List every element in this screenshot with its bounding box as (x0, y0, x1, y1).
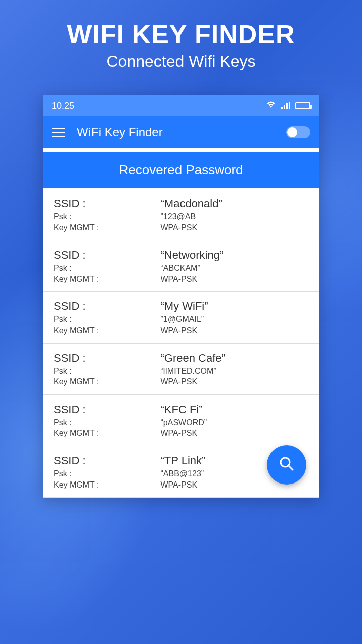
ssid-label: SSID : (54, 454, 161, 467)
keymgmt-label: Key MGMT : (54, 376, 161, 387)
psk-value: ”1@GMAIL” (161, 314, 308, 325)
svg-rect-2 (286, 103, 288, 109)
keymgmt-value: WPA-PSK (161, 274, 308, 285)
keymgmt-value: WPA-PSK (161, 325, 308, 336)
list-item[interactable]: SSID : Psk : Key MGMT : “Macdonald” ”123… (43, 189, 319, 240)
section-header: Recovered Password (43, 150, 319, 189)
svg-line-5 (289, 466, 293, 470)
psk-label: Psk : (54, 211, 161, 222)
list-item[interactable]: SSID : Psk : Key MGMT : “Networking” “AB… (43, 240, 319, 292)
keymgmt-value: WPA-PSK (161, 376, 308, 387)
app-bar: WiFi Key Finder (43, 116, 319, 148)
app-title: WiFi Key Finder (77, 125, 274, 139)
svg-rect-1 (284, 105, 285, 109)
ssid-value: “Macdonald” (161, 197, 308, 210)
svg-rect-3 (289, 102, 290, 109)
phone-frame: 10.25 WiFi Key Finder Recovered Password (43, 95, 319, 498)
status-time: 10.25 (52, 101, 74, 111)
svg-rect-0 (281, 107, 283, 109)
ssid-label: SSID : (54, 249, 161, 262)
psk-label: Psk : (54, 366, 161, 377)
hero-title: WIFI KEY FINDER (0, 19, 362, 49)
ssid-label: SSID : (54, 403, 161, 416)
hero: WIFI KEY FINDER Connected Wifi Keys (0, 0, 362, 71)
psk-label: Psk : (54, 417, 161, 428)
psk-label: Psk : (54, 263, 161, 274)
keymgmt-label: Key MGMT : (54, 325, 161, 336)
hero-subtitle: Connected Wifi Keys (0, 52, 362, 71)
battery-icon (295, 102, 310, 109)
keymgmt-label: Key MGMT : (54, 274, 161, 285)
keymgmt-value: WPA-PSK (161, 428, 308, 439)
list-item[interactable]: SSID : Psk : Key MGMT : “My WiFi” ”1@GMA… (43, 292, 319, 343)
list-item[interactable]: SSID : Psk : Key MGMT : “Green Cafe” “lI… (43, 344, 319, 395)
psk-label: Psk : (54, 314, 161, 325)
list-item[interactable]: SSID : Psk : Key MGMT : “KFC Fi” “pASWOR… (43, 395, 319, 446)
psk-value: “ABCKAM” (161, 263, 308, 274)
psk-value: “pASWORD” (161, 417, 308, 428)
ssid-value: “Networking” (161, 249, 308, 262)
search-icon (278, 455, 296, 475)
psk-label: Psk : (54, 468, 161, 479)
ssid-value: “Green Cafe” (161, 352, 308, 365)
keymgmt-label: Key MGMT : (54, 479, 161, 491)
psk-value: “lIMITED.COM” (161, 366, 308, 377)
ssid-value: “KFC Fi” (161, 403, 308, 416)
ssid-value: “My WiFi” (161, 300, 308, 313)
signal-icon (281, 101, 290, 111)
menu-icon[interactable] (52, 128, 65, 137)
search-fab[interactable] (267, 445, 306, 485)
toggle-switch[interactable] (286, 126, 310, 138)
status-bar: 10.25 (43, 95, 319, 116)
ssid-label: SSID : (54, 352, 161, 365)
ssid-label: SSID : (54, 300, 161, 313)
keymgmt-label: Key MGMT : (54, 222, 161, 233)
ssid-label: SSID : (54, 197, 161, 210)
psk-value: ”123@AB (161, 211, 308, 222)
keymgmt-label: Key MGMT : (54, 428, 161, 439)
wifi-icon (266, 101, 276, 111)
keymgmt-value: WPA-PSK (161, 222, 308, 233)
